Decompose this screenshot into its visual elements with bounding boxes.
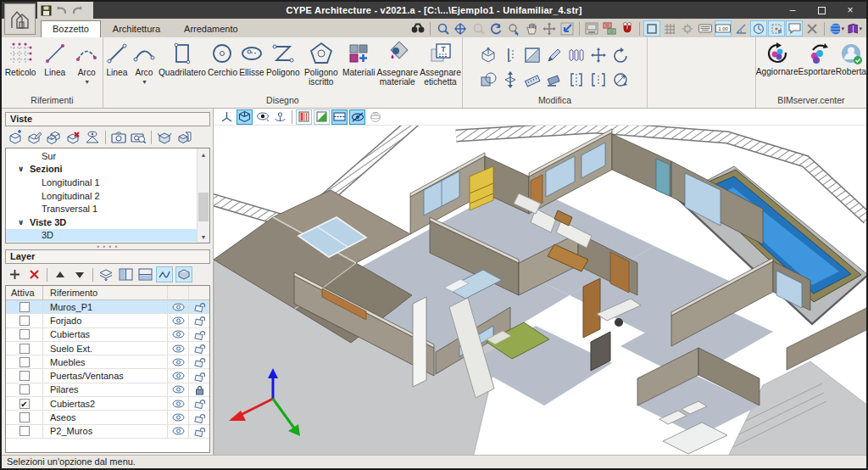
- model-canvas[interactable]: [214, 126, 866, 455]
- move-down-icon[interactable]: [71, 266, 88, 283]
- layer-active-checkbox[interactable]: [19, 357, 30, 367]
- layer-lock-cell[interactable]: [188, 411, 209, 423]
- layer-row[interactable]: Forjado: [6, 314, 209, 327]
- viste-tree-item[interactable]: Transversal 1: [6, 202, 197, 215]
- layer-visibility-cell[interactable]: [167, 411, 188, 423]
- minimize-button[interactable]: –: [778, 2, 807, 19]
- trim-icon[interactable]: [566, 69, 587, 90]
- reticolo-button[interactable]: Reticolo: [4, 40, 37, 78]
- quadrilatero-button[interactable]: Quadrilatero: [158, 40, 207, 78]
- layer-visibility-cell[interactable]: [167, 355, 188, 368]
- layer-active-checkbox[interactable]: [19, 329, 30, 339]
- layer-row[interactable]: Muros_P1: [6, 300, 209, 314]
- layer-visibility-cell[interactable]: [167, 314, 188, 327]
- split-view-v-icon[interactable]: [136, 266, 153, 283]
- move-icon[interactable]: [588, 44, 609, 65]
- keyboard-input-icon[interactable]: [697, 20, 714, 36]
- layer-row[interactable]: Puertas/Ventanas: [6, 369, 209, 383]
- layer-visibility-cell[interactable]: [167, 397, 188, 410]
- layer-row[interactable]: Suelo Ext.: [6, 342, 209, 355]
- units-icon[interactable]: [583, 20, 600, 36]
- assegnare-etichetta-button[interactable]: T Assegnare etichetta: [419, 40, 462, 87]
- esportare-button[interactable]: Esportare: [798, 40, 836, 76]
- tracking-icon[interactable]: [750, 20, 767, 36]
- maximize-button[interactable]: [807, 2, 836, 19]
- layer-visibility-cell[interactable]: [167, 342, 188, 355]
- view-3d-cube-icon[interactable]: [236, 109, 253, 125]
- delete-layer-icon[interactable]: [25, 266, 42, 283]
- angle-protractor-icon[interactable]: [732, 20, 749, 36]
- layer-visibility-cell[interactable]: [167, 369, 188, 382]
- layer-row[interactable]: Cubiertas: [6, 328, 209, 342]
- web-globe-icon[interactable]: ▾: [828, 20, 845, 36]
- polyline-mode-icon[interactable]: [156, 266, 173, 283]
- delete-view-icon[interactable]: [64, 129, 81, 145]
- axes-icon[interactable]: [219, 109, 235, 125]
- stretch-vertical-icon[interactable]: [500, 69, 521, 90]
- edit-pencil-icon[interactable]: [544, 44, 565, 65]
- redo-button[interactable]: [71, 5, 84, 15]
- hide-elements-eye-icon[interactable]: [349, 109, 365, 125]
- cerchio-button[interactable]: Cerchio: [207, 40, 238, 78]
- snap-point-icon[interactable]: [679, 20, 696, 36]
- poligono-button[interactable]: Poligono: [265, 40, 301, 78]
- rotate-3d-icon[interactable]: 3D: [367, 109, 383, 125]
- assegnare-materiale-button[interactable]: Assegnare materiale: [376, 40, 419, 87]
- align-vertical-icon[interactable]: [500, 44, 521, 65]
- layer-active-checkbox[interactable]: [19, 344, 30, 354]
- intersect-icon[interactable]: [478, 69, 499, 90]
- layer-stack-icon[interactable]: [97, 266, 114, 283]
- viewport-3d[interactable]: [214, 126, 866, 455]
- solid-mode-icon[interactable]: [175, 266, 192, 283]
- move-view-icon[interactable]: [541, 20, 558, 36]
- section-fill-icon[interactable]: [314, 109, 330, 125]
- tree-expand-icon[interactable]: ∨: [18, 165, 28, 173]
- layer-active-checkbox[interactable]: [19, 316, 30, 326]
- close-button[interactable]: ×: [836, 2, 865, 19]
- cut-scissors-icon[interactable]: [804, 20, 821, 36]
- user-roberta-button[interactable]: Roberta: [836, 40, 866, 76]
- rotate-icon[interactable]: [610, 44, 632, 65]
- extrude-icon[interactable]: [478, 44, 499, 65]
- camera-icon[interactable]: [110, 129, 127, 145]
- pan-hand-icon[interactable]: [523, 20, 540, 36]
- open-box-page-icon[interactable]: [175, 129, 192, 145]
- eraser-icon[interactable]: [544, 69, 565, 90]
- section-box-icon[interactable]: [331, 109, 348, 125]
- ellisse-button[interactable]: Ellisse: [238, 40, 265, 78]
- tab-architettura[interactable]: Architettura: [101, 20, 172, 37]
- zoom-selection-icon[interactable]: [505, 20, 522, 36]
- object-snap-icon[interactable]: [768, 20, 785, 36]
- dimensions-icon[interactable]: 1.00: [715, 20, 732, 36]
- split-view-h-icon[interactable]: [117, 266, 134, 283]
- undo-button[interactable]: [55, 5, 68, 15]
- scroll-down-icon[interactable]: ▼: [198, 231, 209, 243]
- viste-tree-item[interactable]: Sur: [6, 149, 197, 163]
- layer-active-checkbox[interactable]: [19, 371, 30, 381]
- layer-lock-cell[interactable]: [188, 314, 209, 327]
- linea-button[interactable]: Linea: [103, 40, 131, 78]
- duplicate-view-icon[interactable]: [45, 129, 62, 145]
- open-box-icon[interactable]: [156, 129, 173, 145]
- rotate-copy-icon[interactable]: [610, 69, 632, 90]
- help-book-icon[interactable]: ▾: [846, 20, 863, 36]
- split-square-icon[interactable]: [522, 44, 543, 65]
- layer-lock-cell[interactable]: [188, 383, 209, 396]
- grid-icon[interactable]: [661, 20, 678, 36]
- redraw-icon[interactable]: [487, 20, 504, 36]
- tab-arredamento[interactable]: Arredamento: [172, 20, 250, 37]
- layer-lock-cell[interactable]: [188, 300, 209, 313]
- zoom-extents-icon[interactable]: [452, 20, 469, 36]
- layer-visibility-cell[interactable]: [167, 425, 188, 438]
- poligono-iscritto-button[interactable]: Poligono iscritto: [301, 40, 342, 87]
- layer-lock-cell[interactable]: [188, 355, 209, 368]
- viste-tree-item[interactable]: ∨ Sezioni: [6, 163, 197, 176]
- previous-view-icon[interactable]: [559, 20, 576, 36]
- materiali-button[interactable]: Materiali: [342, 40, 376, 78]
- add-layer-icon[interactable]: [6, 266, 23, 283]
- snap-magnet-icon[interactable]: [619, 20, 636, 36]
- layer-active-checkbox[interactable]: [19, 412, 30, 422]
- extend-icon[interactable]: [588, 69, 609, 90]
- scroll-thumb[interactable]: [198, 193, 209, 221]
- layer-row[interactable]: Aseos: [6, 411, 209, 424]
